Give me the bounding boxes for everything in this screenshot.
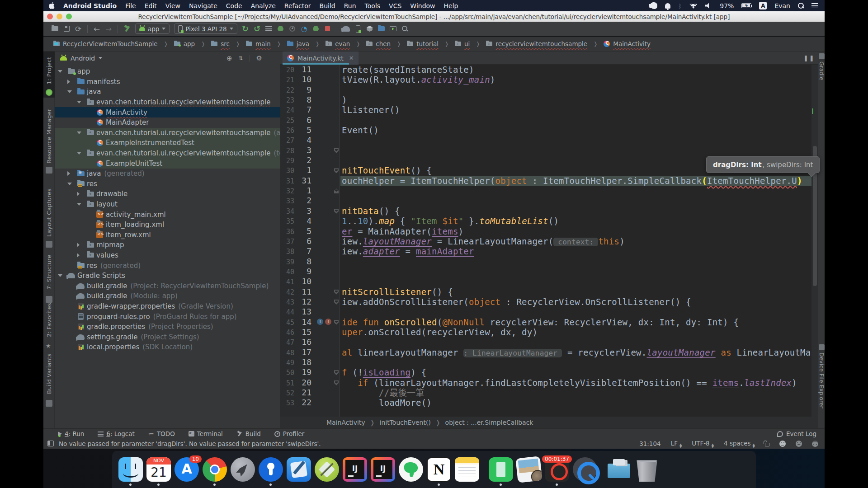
tree-activity-main-xml[interactable]: activity_main.xml <box>55 209 280 220</box>
tree-evan-chen-tutorial-ui-recyclerviewitemtouchsample[interactable]: evan.chen.tutorial.ui.recyclerviewitemto… <box>55 97 280 108</box>
sdk-manager-icon[interactable] <box>364 24 376 34</box>
menu-list-icon[interactable] <box>811 3 818 8</box>
tree-Gradle-Scripts[interactable]: Gradle Scripts <box>55 271 280 281</box>
stripe-1-project[interactable]: 1: Project <box>43 53 55 88</box>
code-area[interactable]: reate(savedInstanceState)tView(R.layout.… <box>340 65 811 417</box>
dock-screen-recorder[interactable]: 00:01:37 <box>543 453 571 486</box>
toolwindow-toggle-icon[interactable] <box>47 441 54 446</box>
tree-evan-chen-tutorial-ui-recyclerviewitemtouchsample-te[interactable]: evan.chen.tutorial.ui.recyclerviewitemto… <box>55 148 280 159</box>
lock-icon[interactable] <box>765 443 769 446</box>
bluetooth-icon[interactable]: ᛒ <box>678 3 682 9</box>
menu-android-studio[interactable]: Android Studio <box>63 2 117 9</box>
menu-edit[interactable]: Edit <box>145 2 157 9</box>
menu-user[interactable]: Evan <box>774 2 790 9</box>
dock-green-phone[interactable] <box>487 453 515 486</box>
stripe-build-variants[interactable]: Build Variants <box>43 349 55 399</box>
indent-setting[interactable]: 4 spaces▲▼ <box>724 440 755 448</box>
menu-view[interactable]: View <box>165 2 180 9</box>
sync-icon[interactable]: ⟳ <box>72 24 84 34</box>
dock-android-studio[interactable] <box>313 453 341 486</box>
tree-MainAdapter[interactable]: MainAdapter <box>55 117 280 128</box>
highlighting-level-icon[interactable] <box>779 441 786 447</box>
device-combo[interactable]: Pixel 3 API 28 <box>174 23 237 34</box>
dock-chrome[interactable] <box>201 453 229 486</box>
tree-build-gradle-ProjectRecyclerViewItemTouchSample[interactable]: build.gradle(Project: RecyclerViewItemTo… <box>55 281 280 291</box>
debug-icon[interactable] <box>275 24 287 34</box>
tree-settings-gradle-ProjectSettings[interactable]: settings.gradle(Project Settings) <box>55 332 280 342</box>
edcrumb-0[interactable]: MainActivity <box>326 419 365 426</box>
file-encoding[interactable]: UTF-8▲▼ <box>692 440 714 448</box>
tree-item-loading-xml[interactable]: item_loading.xml <box>55 220 280 230</box>
stripe-gradle[interactable]: Gradle <box>818 61 825 97</box>
stripe-device-file-explorer[interactable]: Device File Explorer <box>818 352 825 438</box>
tree-mipmap[interactable]: mipmap <box>55 240 280 250</box>
dock-launchpad-rocket[interactable] <box>229 453 257 486</box>
inspector-icon[interactable] <box>812 441 818 447</box>
tree-app[interactable]: app <box>55 66 280 77</box>
menu-analyze[interactable]: Analyze <box>251 2 276 9</box>
dock-calendar[interactable]: NOV21 <box>145 453 173 486</box>
tab-list-icon[interactable]: ❚❚ <box>803 55 815 61</box>
breadcrumb-chen[interactable]: chen <box>366 40 391 47</box>
tree-java[interactable]: java <box>55 87 280 97</box>
tree-res-generated[interactable]: res(generated) <box>55 260 280 271</box>
dock-photos-jar[interactable] <box>515 453 543 486</box>
project-structure-icon[interactable] <box>376 24 387 34</box>
tree-local-properties-SDKLocation[interactable]: local.properties(SDK Location) <box>55 342 280 352</box>
attach-debugger-icon[interactable]: ◔ <box>298 24 310 34</box>
stripe-layout-captures[interactable]: Layout Captures <box>43 186 55 239</box>
dock-intellij-idea-2[interactable] <box>369 453 397 486</box>
toolwindow-todo[interactable]: ≔TODO <box>148 430 175 437</box>
menu-file[interactable]: File <box>125 2 136 9</box>
input-source-icon[interactable]: A <box>759 2 767 9</box>
collapse-all-icon[interactable]: ⇅ <box>238 55 243 61</box>
dock-quicktime[interactable] <box>571 453 599 486</box>
edcrumb-2[interactable]: object : ...er.SimpleCallback <box>445 419 533 426</box>
tree-ExampleUnitTest[interactable]: ExampleUnitTest <box>55 158 280 169</box>
tree-java-generated[interactable]: java(generated) <box>55 169 280 179</box>
avd-manager-icon[interactable] <box>352 24 364 34</box>
edcrumb-1[interactable]: initTouchEvent() <box>380 419 431 426</box>
close-window-button[interactable] <box>47 14 53 19</box>
dock-evernote[interactable] <box>397 453 425 486</box>
tab-mainactivity[interactable]: MainActivity.kt ✕ <box>283 52 359 65</box>
editor-scrollbar[interactable] <box>811 65 818 417</box>
breadcrumb-java[interactable]: java <box>287 40 309 47</box>
rerun-bug-icon[interactable] <box>310 24 322 34</box>
notifications-icon[interactable] <box>665 3 670 9</box>
stripe-2-favorites[interactable]: 2: Favorites <box>43 298 55 342</box>
search-everywhere-icon[interactable] <box>399 24 411 34</box>
dock-xcode[interactable] <box>285 453 313 486</box>
menu-tools[interactable]: Tools <box>365 2 381 9</box>
hide-panel-icon[interactable]: — <box>269 55 275 62</box>
breadcrumb-RecyclerViewItemTouchSample[interactable]: RecyclerViewItemTouchSample <box>53 40 158 47</box>
run-icon[interactable]: ↻ <box>240 24 251 34</box>
run-list-icon[interactable] <box>263 24 275 34</box>
breadcrumb-MainActivity[interactable]: MainActivity <box>604 40 651 47</box>
profile-icon[interactable] <box>287 24 298 34</box>
breadcrumb-ui[interactable]: ui <box>455 40 470 47</box>
dock-trash[interactable] <box>633 453 661 486</box>
menu-window[interactable]: Window <box>410 2 435 9</box>
menu-navigate[interactable]: Navigate <box>189 2 217 9</box>
dock-keyhole-app[interactable] <box>257 453 285 486</box>
apple-icon[interactable] <box>49 2 55 9</box>
toolwindow-profiler[interactable]: Profiler <box>274 430 305 437</box>
menu-code[interactable]: Code <box>226 2 242 9</box>
dock-downloads-folder[interactable] <box>605 453 633 486</box>
dock-finder[interactable] <box>117 453 145 486</box>
volume-icon[interactable] <box>705 3 712 9</box>
spotlight-icon[interactable] <box>798 3 804 9</box>
tree-evan-chen-tutorial-ui-recyclerviewitemtouchsample-an[interactable]: evan.chen.tutorial.ui.recyclerviewitemto… <box>55 128 280 138</box>
stripe-resource-manager[interactable]: Resource Manager <box>43 108 55 165</box>
locate-icon[interactable]: ⊕ <box>226 54 232 62</box>
menu-build[interactable]: Build <box>320 2 335 9</box>
tree-drawable[interactable]: drawable <box>55 189 280 199</box>
menu-help[interactable]: Help <box>444 2 458 9</box>
back-icon[interactable]: ← <box>91 24 103 34</box>
tree-ExampleInstrumentedTest[interactable]: ExampleInstrumentedTest <box>55 138 280 148</box>
save-all-icon[interactable] <box>61 24 72 34</box>
tree-res[interactable]: res <box>55 179 280 189</box>
line-ending[interactable]: LF▲▼ <box>671 440 682 448</box>
menu-run[interactable]: Run <box>344 2 356 9</box>
